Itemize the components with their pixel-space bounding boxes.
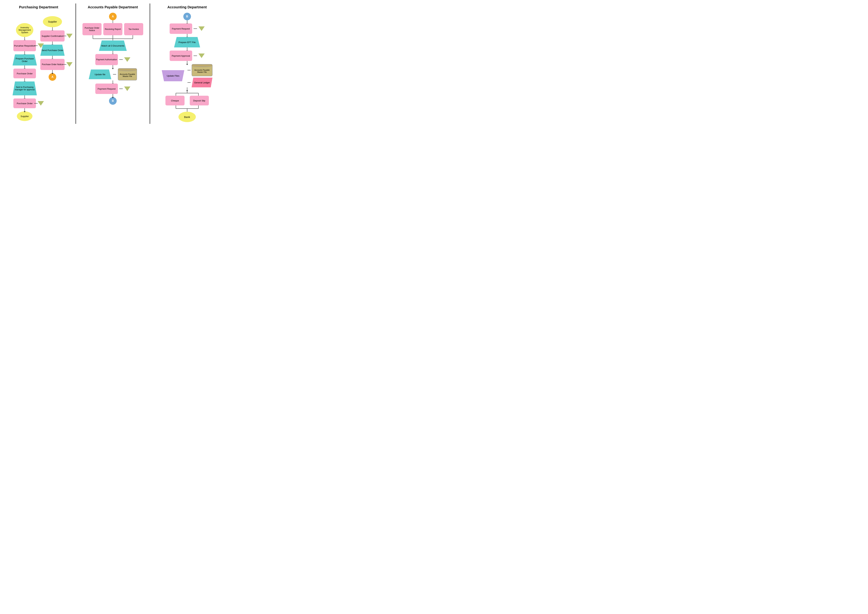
- general-ledger-row: General Ledger: [188, 78, 212, 87]
- send-purchase-order: Send Purchase Order: [40, 45, 65, 56]
- payreq-d-triangle: [124, 87, 130, 91]
- arrow-auth-to-update: [113, 65, 113, 68]
- update-to-gl-line: [188, 82, 191, 83]
- po-notice-right-wrapper: Purchase Order Notice: [40, 59, 65, 70]
- auth-d-triangle: [124, 58, 130, 62]
- arrow-po2-to-supplier: [25, 108, 25, 111]
- ponotice-d-line: [63, 64, 66, 65]
- payment-approval: Payment Approval: [170, 51, 192, 61]
- ap-master-2-label: Accounts Payable Master File: [192, 69, 212, 73]
- match-docs: Match all 3 Documents: [99, 40, 127, 51]
- acc-payreq-d-line: [194, 28, 197, 29]
- arrow-a-to-docs: [113, 20, 113, 23]
- ap-master-2-row: Accounts Payable Master File: [188, 64, 212, 76]
- conf-d-triangle: [66, 34, 73, 38]
- approval-d-line: [194, 56, 197, 56]
- purchasing-right-flow: Supplier Supplier Confirmation Send Purc…: [40, 16, 65, 121]
- arrow-inv-to-req: [25, 37, 25, 40]
- purchase-requisition: Purcahse Requisition: [13, 40, 36, 51]
- purchase-order-2-wrapper: Purchase Order: [13, 98, 36, 108]
- deposit-slip: Deposit Slip: [190, 96, 209, 106]
- purchasing-two-col: Invenotry Management System Purcahse Req…: [3, 13, 74, 121]
- update-file: Update file: [89, 70, 111, 79]
- payment-request-acc: Payment Request: [170, 23, 192, 34]
- update-file-row: Update file Accounts Payable Master File: [89, 68, 137, 81]
- prepare-purchase-order: Prepare Purchase Order: [12, 54, 37, 65]
- supplier-conf-wrapper: Supplier Confirmation: [40, 30, 65, 42]
- ap-master-file: Accounts Payable Master File: [118, 68, 137, 81]
- po-notice-ap: Purchase Order Notice: [82, 23, 102, 35]
- arrow-payreq-to-b: [113, 94, 113, 97]
- arrow-sent-to-po2: [25, 95, 25, 98]
- acc-side-files: Accounts Payable Master File General Led…: [188, 64, 212, 87]
- connector-a-ap: A: [109, 13, 117, 20]
- arrow-req-to-prepare: [25, 51, 25, 54]
- diagram-container: Purchasing Department Invenotry Manageme…: [0, 0, 226, 127]
- supplier-oval-top: Supplier: [43, 16, 62, 27]
- req-d-line: [34, 45, 38, 46]
- payment-authorisation: Payment Authorisation: [95, 54, 118, 65]
- supplier-oval-bottom: Supplier: [17, 111, 33, 121]
- ponotice-d-triangle: [66, 62, 73, 67]
- ap-department: Accounts Payable Department A Purchase O…: [76, 3, 150, 124]
- acc-payreq-d-triangle: [198, 26, 205, 31]
- update-to-ap2-line: [188, 70, 191, 70]
- arrow-conf-to-send: [52, 42, 53, 45]
- acc-payreq-row: Payment Request: [170, 23, 205, 34]
- ap-flow: A Purchase Order Notice Receiving Report…: [77, 13, 149, 105]
- payment-req-row: Payment Request: [95, 84, 130, 94]
- update-files-row: Update Files Accounts Payable Master Fil…: [162, 64, 212, 87]
- purchase-req-wrapper: Purcahse Requisition: [13, 40, 36, 51]
- arrow-prepare-to-po1: [25, 65, 25, 68]
- auth-d-line: [119, 59, 123, 60]
- accounting-flow: B Payment Request Prepare EFT File Payme…: [151, 13, 223, 122]
- arrow-send-to-ponotice: [52, 56, 53, 59]
- po2-d-line: [34, 103, 38, 104]
- cheque-deposit-col: Cheque Deposit Slip: [164, 90, 210, 112]
- arrow-ponotice-to-a: [52, 70, 53, 73]
- receiving-report: Receiving Report: [103, 23, 122, 35]
- merge-lines-bank: [164, 106, 210, 112]
- po2-d-wrapper: [34, 101, 44, 106]
- general-ledger: General Ledger: [192, 78, 212, 87]
- payreq-d-line: [119, 89, 123, 89]
- sent-to-manager: Sent to Purchasing manager for approval: [12, 81, 37, 95]
- payment-approval-row: Payment Approval: [170, 51, 205, 61]
- purchasing-dept-title: Purchasing Department: [19, 5, 58, 9]
- ap-docs-row: Purchase Order Notice Receiving Report T…: [82, 23, 143, 35]
- connector-a-purchasing: A: [49, 73, 56, 81]
- accounting-dept-title: Accounting Department: [167, 5, 207, 9]
- purchase-order-1: Purchase Order: [13, 68, 36, 78]
- po-notice-right: Purchase Order Notice: [40, 59, 65, 70]
- cheque-deposit-row: Cheque Deposit Slip: [166, 96, 209, 106]
- tax-invoice: Tax Invoice: [124, 23, 143, 35]
- inv-mgmt-system: Invenotry Management System: [16, 23, 33, 37]
- supplier-confirmation: Supplier Confirmation: [40, 30, 65, 42]
- connector-b-accounting: B: [183, 13, 191, 20]
- arrow-update-to-payment-req: [113, 81, 113, 84]
- conf-d-wrapper: [63, 34, 73, 38]
- ap-master-label: Accounts Payable Master File: [118, 73, 136, 77]
- approval-d-triangle: [198, 53, 205, 58]
- docs-merge-lines: [83, 35, 143, 40]
- cylinder-top-2: [192, 64, 212, 67]
- update-to-ap-line: [113, 74, 116, 75]
- purchasing-department: Purchasing Department Invenotry Manageme…: [2, 3, 76, 124]
- purchase-order-2: Purchase Order: [13, 98, 36, 108]
- prepare-eft: Prepare EFT File: [174, 37, 200, 47]
- update-files: Update Files: [162, 70, 184, 81]
- ap-master-file-2: Accounts Payable Master File: [192, 64, 212, 76]
- accounting-department: Accounting Department B Payment Request …: [150, 3, 224, 124]
- cylinder-top: [118, 68, 136, 71]
- arrow-match-to-auth: [113, 51, 113, 54]
- po2-d-triangle: [38, 101, 44, 106]
- connector-b-ap: B: [109, 97, 117, 105]
- ponotice-d-wrapper: [63, 62, 73, 67]
- cheque: Cheque: [166, 96, 184, 106]
- payment-auth-row: Payment Authorisation: [95, 54, 130, 65]
- ap-dept-title: Accounts Payable Department: [88, 5, 138, 9]
- payment-request-ap: Payment Request: [95, 84, 118, 94]
- bank: Bank: [178, 112, 196, 122]
- arrow-supp-to-conf: [52, 27, 53, 30]
- arrow-po1-to-sent: [25, 78, 25, 81]
